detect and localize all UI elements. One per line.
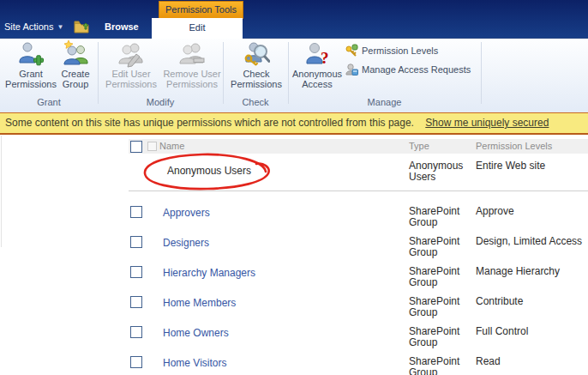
edit-user-permissions-button: Edit User Permissions	[101, 40, 161, 89]
group-separator	[481, 42, 482, 104]
ribbon-group-manage: Manage	[288, 97, 481, 107]
row-checkbox[interactable]	[130, 356, 142, 368]
group-name-link[interactable]: Approvers	[163, 208, 403, 219]
tab-browse[interactable]: Browse	[105, 21, 139, 32]
create-group-button[interactable]: Create Group	[55, 40, 96, 89]
group-name-link[interactable]: Home Members	[163, 298, 403, 309]
column-header-name: Name	[159, 141, 184, 151]
type-cell: Anonymous Users	[409, 160, 477, 183]
table-row: Home Visitors SharePoint Group Read	[129, 351, 588, 375]
type-cell: SharePoint Group	[409, 356, 477, 375]
remove-user-permissions-icon	[178, 40, 206, 68]
button-label: Anonymous Access	[290, 69, 345, 89]
notice-message: Some content on this site has unique per…	[5, 117, 414, 129]
type-cell: SharePoint Group	[409, 296, 477, 318]
type-cell: SharePoint Group	[409, 206, 477, 228]
ribbon-group-modify: Modify	[98, 97, 223, 107]
manage-access-requests-icon	[345, 63, 358, 76]
permission-cell: Entire Web site	[476, 160, 586, 172]
ribbon-group-check: Check	[223, 97, 288, 107]
group-name-link[interactable]: Designers	[163, 238, 403, 249]
navigate-up-icon[interactable]	[74, 20, 89, 37]
table-row: Approvers SharePoint Group Approve	[129, 201, 588, 231]
table-row: Home Members SharePoint Group Contribute	[129, 291, 588, 321]
permission-cell: Full Control	[476, 326, 586, 337]
group-name-link[interactable]: Hierarchy Managers	[163, 268, 403, 279]
column-header-type: Type	[409, 141, 429, 151]
manage-access-requests-button[interactable]: Manage Access Requests	[345, 63, 471, 76]
permission-cell: Contribute	[476, 296, 586, 307]
group-name-link[interactable]: Home Visitors	[163, 358, 403, 369]
button-label: Remove User Permissions	[161, 69, 223, 89]
edit-user-permissions-icon	[117, 40, 145, 68]
chevron-down-icon: ▼	[57, 23, 63, 31]
type-cell: SharePoint Group	[409, 266, 477, 288]
check-permissions-icon	[243, 40, 270, 68]
grant-permissions-icon	[17, 40, 45, 68]
contextual-tab-group-permission-tools[interactable]: Permission Tools	[159, 1, 243, 19]
ribbon-group-grant: Grant	[0, 97, 98, 107]
permission-cell: Design, Limited Access	[476, 236, 586, 247]
ribbon: Grant Permissions Create Group Grant Edi…	[0, 38, 588, 112]
row-checkbox[interactable]	[130, 326, 142, 338]
check-permissions-button[interactable]: Check Permissions	[226, 40, 286, 89]
group-separator	[98, 42, 99, 104]
site-actions-label: Site Actions	[4, 21, 53, 32]
row-checkbox[interactable]	[130, 236, 142, 248]
permission-cell: Read	[476, 356, 586, 367]
permission-cell: Approve	[476, 206, 586, 217]
type-cell: SharePoint Group	[409, 326, 477, 348]
button-label: Create Group	[55, 69, 96, 89]
left-panel-divider	[1, 136, 2, 247]
button-label: Check Permissions	[226, 69, 286, 89]
group-name-link[interactable]: Home Owners	[163, 328, 403, 339]
status-notice-bar: Some content on this site has unique per…	[0, 112, 588, 135]
permission-levels-button[interactable]: Permission Levels	[345, 44, 438, 57]
permission-cell: Manage Hierarchy	[476, 266, 586, 277]
annotation-ellipse	[135, 151, 281, 192]
anonymous-access-icon: ?	[303, 40, 331, 68]
button-label: Edit User Permissions	[101, 69, 161, 89]
column-header-permission-levels: Permission Levels	[476, 141, 552, 151]
group-separator	[288, 42, 289, 104]
table-row: Designers SharePoint Group Design, Limit…	[129, 231, 588, 261]
type-cell: SharePoint Group	[409, 236, 477, 258]
show-uniquely-secured-link[interactable]: Show me uniquely secured	[425, 117, 549, 129]
anonymous-access-button[interactable]: ? Anonymous Access	[290, 40, 345, 89]
button-label: Permission Levels	[362, 45, 438, 56]
row-checkbox[interactable]	[130, 296, 142, 308]
row-checkbox[interactable]	[130, 266, 142, 278]
remove-user-permissions-button: Remove User Permissions	[161, 40, 223, 89]
permission-levels-icon	[345, 44, 358, 57]
table-row: Home Owners SharePoint Group Full Contro…	[129, 321, 588, 351]
row-checkbox[interactable]	[130, 206, 142, 218]
site-actions-menu[interactable]: Site Actions ▼	[4, 21, 63, 32]
button-label: Manage Access Requests	[362, 64, 471, 75]
group-separator	[223, 42, 224, 104]
top-navigation-bar: Site Actions ▼ Browse Permission Tools E…	[0, 0, 588, 38]
tab-edit[interactable]: Edit	[152, 18, 243, 39]
grant-permissions-button[interactable]: Grant Permissions	[5, 40, 57, 89]
svg-text:?: ?	[321, 49, 329, 67]
create-group-icon	[62, 40, 89, 68]
ghost-checkbox-icon	[147, 142, 157, 151]
button-label: Grant Permissions	[5, 69, 57, 89]
table-row: Hierarchy Managers SharePoint Group Mana…	[129, 261, 588, 291]
